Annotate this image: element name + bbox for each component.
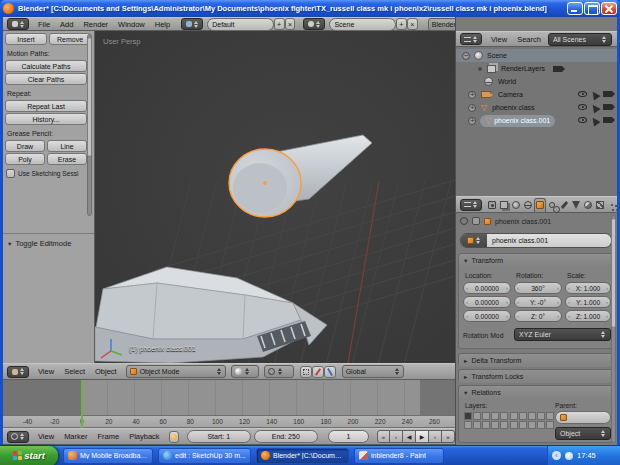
renderability-camera-icon[interactable] [603,91,612,97]
menu-tl-frame[interactable]: Frame [92,432,124,441]
editor-type-button-outliner[interactable] [460,33,482,45]
visibility-eye-icon[interactable] [578,104,587,110]
rotation-y-field[interactable]: Y: -0° [514,296,562,308]
menu-tl-playback[interactable]: Playback [124,432,164,441]
rotate-manipulator-button[interactable] [324,366,336,378]
jump-to-start-button[interactable]: « [377,430,390,443]
add-scene-button[interactable]: + [396,18,407,30]
gp-poly-button[interactable]: Poly [5,153,45,165]
layers-grid-right[interactable] [510,412,554,429]
current-frame-field[interactable]: 1 [328,430,369,443]
breadcrumb-object-name[interactable]: phoenix class.001 [495,218,551,225]
rotation-x-field[interactable]: 360° [514,282,562,294]
transform-locks-panel[interactable]: Transform Locks [458,369,614,382]
operator-panel-toggle[interactable]: Toggle Editmode [7,239,71,248]
layer-cell[interactable] [464,412,472,420]
gp-erase-button[interactable]: Erase [47,153,87,165]
menu-outliner-view[interactable]: View [486,35,512,44]
layer-cell[interactable] [491,421,499,429]
outliner-row-phoenix-class[interactable]: ▽ phoenix class [456,101,617,114]
layer-cell[interactable] [528,421,536,429]
tab-render-layers[interactable] [498,198,510,212]
remove-keyframe-button[interactable]: Remove [49,33,91,45]
renderability-camera-icon[interactable] [603,117,612,123]
calculate-paths-button[interactable]: Calculate Paths [5,60,87,72]
close-button[interactable] [601,2,617,15]
tab-scene[interactable] [510,198,522,212]
layer-cell[interactable] [473,421,481,429]
editor-type-button-properties[interactable] [460,199,482,211]
selectability-cursor-icon[interactable] [589,89,600,100]
tab-object-data[interactable] [570,198,582,212]
menu-select[interactable]: Select [59,367,90,376]
layers-grid-left[interactable] [464,412,508,429]
orientation-dropdown[interactable]: Global [342,365,404,378]
outliner-item-label[interactable]: World [498,78,516,85]
toolshelf-scroll-thumb[interactable] [87,37,92,157]
properties-scroll-thumb[interactable] [611,218,616,328]
layer-cell[interactable] [546,421,554,429]
translate-manipulator-button[interactable] [312,366,324,378]
collapse-icon[interactable] [462,52,470,60]
layer-cell[interactable] [491,412,499,420]
layer-cell[interactable] [519,421,527,429]
menu-help[interactable]: Help [150,20,175,29]
delete-scene-button[interactable]: × [407,18,418,30]
tray-status-icon[interactable] [565,452,573,460]
play-button[interactable]: ▶ [416,430,429,443]
rotation-z-field[interactable]: Z: 0° [514,310,562,322]
play-reverse-button[interactable]: ◀ [403,430,416,443]
add-layout-button[interactable]: + [274,18,285,30]
insert-keyframe-button[interactable]: Insert [5,33,47,45]
tab-render[interactable] [486,198,498,212]
current-frame-line[interactable] [81,380,83,415]
toolshelf-scrollbar[interactable] [87,34,92,216]
mode-dropdown[interactable]: Object Mode [126,365,226,378]
jump-to-end-button[interactable]: » [442,430,455,443]
frame-end-field[interactable]: End: 250 [254,430,318,443]
autokey-record-button[interactable] [169,431,179,443]
outliner-tree[interactable]: Scene RenderLayers World Camera ▽ [456,47,617,196]
menu-tl-view[interactable]: View [33,432,59,441]
editor-type-button-3dview[interactable] [7,366,29,378]
outliner-item-label[interactable]: phoenix class [492,104,534,111]
gp-draw-button[interactable]: Draw [5,140,45,152]
maximize-button[interactable] [584,2,600,15]
transform-panel-header[interactable]: Transform [459,254,613,267]
menu-view[interactable]: View [33,367,59,376]
layer-cell[interactable] [464,421,472,429]
scale-x-field[interactable]: X: 1.000 [565,282,611,294]
location-x-field[interactable]: 0.00000 [463,282,511,294]
layer-cell[interactable] [546,412,554,420]
editor-type-button-info[interactable] [7,18,29,30]
properties-scrollbar[interactable] [611,215,616,443]
taskbar-task-paint[interactable]: inblender8 - Paint [354,448,444,464]
tab-object[interactable] [534,198,546,212]
layer-cell[interactable] [510,412,518,420]
screen-layout-icon-button[interactable] [181,18,203,30]
expand-icon[interactable] [468,117,476,125]
shading-dropdown[interactable] [231,365,259,378]
scale-y-field[interactable]: Y: 1.000 [565,296,611,308]
taskbar-task-broadband[interactable]: My Mobile Broadband... [63,448,153,464]
tab-material[interactable] [582,198,594,212]
location-z-field[interactable]: 0.00000 [463,310,511,322]
screen-layout-field[interactable]: Default [207,18,273,31]
layer-cell[interactable] [482,421,490,429]
menu-render[interactable]: Render [78,20,113,29]
menu-window[interactable]: Window [113,20,150,29]
taskbar-task-sketchup[interactable]: edit : SketchUp 30 m... [158,448,251,464]
delete-layout-button[interactable]: × [285,18,296,30]
selectability-cursor-icon[interactable] [589,102,600,113]
tab-particles[interactable] [606,198,617,212]
layer-cell[interactable] [473,412,481,420]
layer-cell[interactable] [528,412,536,420]
next-keyframe-button[interactable]: › [429,430,442,443]
timeline-region[interactable] [3,380,455,415]
location-y-field[interactable]: 0.00000 [463,296,511,308]
visibility-eye-icon[interactable] [578,91,587,97]
delta-transform-panel[interactable]: Delta Transform [458,353,614,366]
tab-texture[interactable] [594,198,606,212]
timeline-ruler[interactable]: -40-200204060801001201401601802002202402… [3,415,455,428]
taskbar-task-blender[interactable]: Blender* [C:\Docume... [256,448,349,464]
